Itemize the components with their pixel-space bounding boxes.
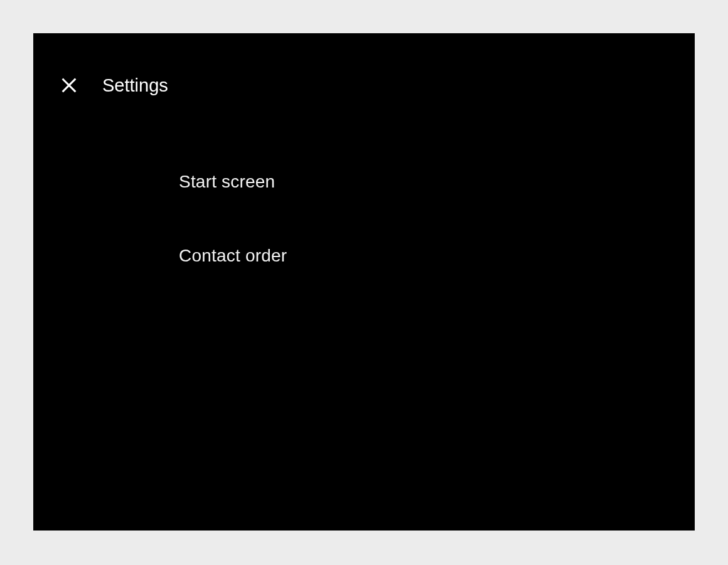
settings-header: Settings — [33, 33, 695, 98]
page-title: Settings — [102, 75, 168, 96]
settings-list: Start screen Contact order — [33, 98, 695, 293]
settings-item-label: Start screen — [179, 172, 275, 192]
settings-item-label: Contact order — [179, 246, 287, 266]
close-button[interactable] — [56, 72, 82, 98]
settings-item-contact-order[interactable]: Contact order — [33, 219, 695, 293]
settings-item-start-screen[interactable]: Start screen — [33, 145, 695, 219]
close-icon — [60, 77, 78, 94]
settings-panel: Settings Start screen Contact order — [33, 33, 695, 531]
